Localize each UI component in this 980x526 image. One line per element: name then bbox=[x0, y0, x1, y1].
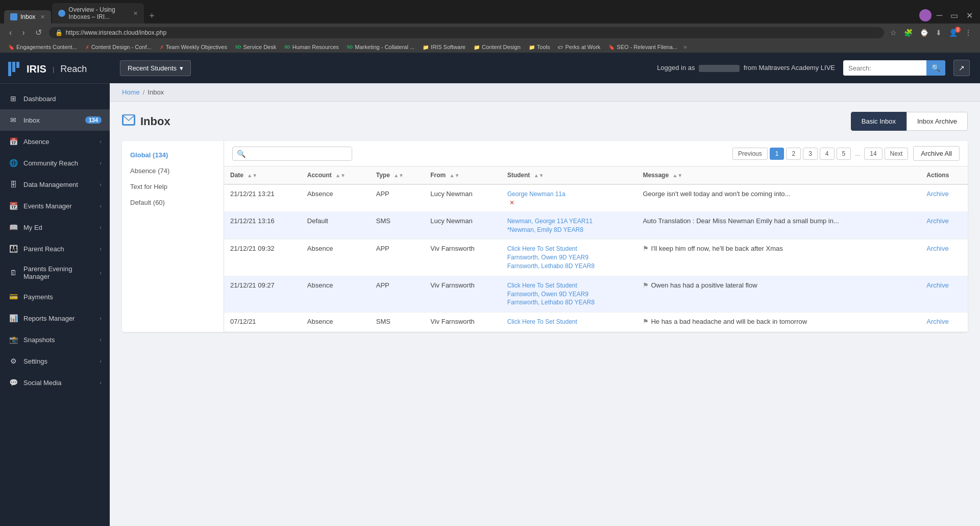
menu-button[interactable]: ⋮ bbox=[963, 28, 974, 38]
download-button[interactable]: ⬇ bbox=[934, 28, 944, 38]
archive-button[interactable]: Archive bbox=[926, 217, 948, 225]
tab-overview[interactable]: Overview - Using Inboxes – IRI... ✕ bbox=[52, 3, 144, 23]
back-button[interactable]: ‹ bbox=[6, 27, 15, 38]
message-flag-icon: ⚑ bbox=[643, 318, 649, 325]
search-input[interactable] bbox=[843, 61, 926, 76]
basic-inbox-tab[interactable]: Basic Inbox bbox=[851, 112, 906, 131]
reload-button[interactable]: ↺ bbox=[32, 27, 45, 38]
tab-inbox[interactable]: Inbox ✕ bbox=[4, 10, 51, 23]
next-page-button[interactable]: Next bbox=[885, 148, 909, 160]
bookmark-label: SEO - Relevant Filena... bbox=[617, 44, 677, 50]
new-tab-button[interactable]: + bbox=[145, 9, 159, 23]
sort-icon: ▲▼ bbox=[394, 173, 404, 178]
profile-button[interactable]: 2 👤 bbox=[947, 28, 960, 38]
sidebar-item-settings[interactable]: ⚙ Settings ‹ bbox=[0, 350, 110, 372]
sidebar-item-events-manager[interactable]: 📆 Events Manager ‹ bbox=[0, 195, 110, 217]
inbox-archive-tab[interactable]: Inbox Archive bbox=[906, 112, 968, 131]
archive-button[interactable]: Archive bbox=[926, 318, 948, 325]
prev-page-button[interactable]: Previous bbox=[732, 148, 768, 160]
bookmark-star-button[interactable]: ☆ bbox=[888, 28, 899, 38]
page-14-button[interactable]: 14 bbox=[864, 148, 882, 160]
bookmark-engagements[interactable]: 🔖 Engagements Content... bbox=[6, 43, 79, 51]
student-link[interactable]: George Newman 11a bbox=[507, 190, 631, 199]
col-header-student[interactable]: Student ▲▼ bbox=[501, 166, 637, 184]
sidebar-item-payments[interactable]: 💳 Payments bbox=[0, 286, 110, 307]
archive-button[interactable]: Archive bbox=[926, 245, 948, 252]
inbox-body: Global (134) Absence (74) Text for Help … bbox=[122, 141, 968, 332]
search-button[interactable]: 🔍 bbox=[926, 60, 945, 76]
recent-students-button[interactable]: Recent Students ▾ bbox=[120, 60, 191, 76]
sidebar-item-reports-manager[interactable]: 📊 Reports Manager ‹ bbox=[0, 307, 110, 329]
cell-message: Auto Translation : Dear Miss Newman Emil… bbox=[636, 211, 920, 240]
student-link[interactable]: *Newman, Emily 8D YEAR8 bbox=[507, 226, 631, 234]
table-search-input[interactable] bbox=[250, 147, 352, 160]
student-link[interactable]: Farnsworth, Lethabo 8D YEAR8 bbox=[507, 298, 631, 307]
history-button[interactable]: ⌚ bbox=[918, 28, 930, 38]
tab-close-overview[interactable]: ✕ bbox=[133, 10, 138, 17]
sidebar-item-dashboard[interactable]: ⊞ Dashboard bbox=[0, 88, 110, 109]
col-header-message[interactable]: Message ▲▼ bbox=[636, 166, 920, 184]
sidebar-item-parents-evening[interactable]: 🗓 Parents Evening Manager ‹ bbox=[0, 259, 110, 286]
sidebar-item-my-ed[interactable]: 📖 My Ed ‹ bbox=[0, 217, 110, 238]
sidebar-item-inbox[interactable]: ✉ Inbox 134 bbox=[0, 109, 110, 131]
extension-button[interactable]: 🧩 bbox=[902, 28, 915, 38]
archive-button[interactable]: Archive bbox=[926, 190, 948, 198]
maximize-button[interactable]: ▭ bbox=[947, 10, 961, 21]
sidebar-item-social-media[interactable]: 💬 Social Media ‹ bbox=[0, 372, 110, 393]
bookmarks-more[interactable]: » bbox=[683, 43, 687, 51]
address-bar[interactable]: 🔒 https://www.irisreach.cloud/inbox.php bbox=[49, 27, 884, 38]
inbox-search-box[interactable]: 🔍 bbox=[232, 147, 352, 161]
filter-global[interactable]: Global (134) bbox=[122, 147, 224, 163]
filter-default[interactable]: Default (60) bbox=[122, 195, 224, 210]
filter-absence[interactable]: Absence (74) bbox=[122, 163, 224, 179]
bookmarks-bar: 🔖 Engagements Content... ✗ Content Desig… bbox=[0, 41, 980, 53]
col-header-type[interactable]: Type ▲▼ bbox=[370, 166, 425, 184]
bookmark-content-design[interactable]: ✗ Content Design - Conf... bbox=[83, 43, 154, 51]
student-link[interactable]: Click Here To Set Student bbox=[507, 245, 631, 253]
student-link[interactable]: Farnsworth, Owen 9D YEAR9 bbox=[507, 290, 631, 299]
col-header-date[interactable]: Date ▲▼ bbox=[224, 166, 301, 184]
bookmark-seo[interactable]: 🔖 SEO - Relevant Filena... bbox=[606, 43, 679, 51]
page-2-button[interactable]: 2 bbox=[786, 148, 801, 160]
breadcrumb-home-link[interactable]: Home bbox=[122, 88, 140, 96]
sidebar-item-community-reach[interactable]: 🌐 Community Reach ‹ bbox=[0, 152, 110, 174]
bookmark-iris-software[interactable]: 📁 IRIS Software bbox=[421, 43, 468, 51]
chevron-right-icon: ‹ bbox=[100, 246, 102, 252]
student-link[interactable]: Newman, George 11A YEAR11 bbox=[507, 217, 631, 226]
filter-text-for-help[interactable]: Text for Help bbox=[122, 179, 224, 195]
bookmark-icon: ✗ bbox=[160, 44, 164, 50]
col-header-account[interactable]: Account ▲▼ bbox=[301, 166, 370, 184]
sidebar-item-data-management[interactable]: 🗄 Data Management ‹ bbox=[0, 174, 110, 195]
external-link-button[interactable]: ↗ bbox=[953, 60, 970, 76]
cell-actions: Archive bbox=[920, 313, 968, 332]
bookmark-tools[interactable]: 📁 Tools bbox=[527, 43, 552, 51]
col-header-from[interactable]: From ▲▼ bbox=[424, 166, 501, 184]
header-search[interactable]: 🔍 bbox=[843, 60, 945, 76]
student-link[interactable]: Click Here To Set Student bbox=[507, 281, 631, 290]
sidebar-item-parent-reach[interactable]: 👨‍👩‍👧 Parent Reach ‹ bbox=[0, 238, 110, 259]
forward-button[interactable]: › bbox=[19, 27, 28, 38]
dropdown-arrow-icon: ▾ bbox=[180, 64, 183, 72]
close-window-button[interactable]: ✕ bbox=[963, 10, 976, 21]
page-5-button[interactable]: 5 bbox=[837, 148, 851, 160]
bookmark-perks[interactable]: 🏷 Perks at Work bbox=[556, 43, 602, 51]
page-3-button[interactable]: 3 bbox=[803, 148, 818, 160]
sidebar-item-absence[interactable]: 📅 Absence ‹ bbox=[0, 131, 110, 152]
bookmark-content-design2[interactable]: 📁 Content Design bbox=[472, 43, 523, 51]
archive-all-button[interactable]: Archive All bbox=[913, 146, 960, 161]
sidebar-item-label: Data Management bbox=[23, 181, 100, 188]
bookmark-human-resources[interactable]: 5D Human Resources bbox=[282, 43, 341, 51]
minimize-button[interactable]: ─ bbox=[934, 10, 945, 21]
bookmark-marketing[interactable]: 5D Marketing - Collateral ... bbox=[345, 43, 416, 51]
archive-button[interactable]: Archive bbox=[926, 281, 948, 289]
page-4-button[interactable]: 4 bbox=[820, 148, 835, 160]
student-link[interactable]: Farnsworth, Lethabo 8D YEAR8 bbox=[507, 262, 631, 271]
student-link[interactable]: Farnsworth, Owen 9D YEAR9 bbox=[507, 253, 631, 262]
remove-student-button[interactable]: ✕ bbox=[509, 199, 514, 206]
page-1-button[interactable]: 1 bbox=[770, 148, 785, 160]
bookmark-team-weekly[interactable]: ✗ Team Weekly Objectives bbox=[158, 43, 229, 51]
student-link[interactable]: Click Here To Set Student bbox=[507, 318, 631, 326]
bookmark-service-desk[interactable]: 5D Service Desk bbox=[233, 43, 278, 51]
sidebar-item-snapshots[interactable]: 📸 Snapshots ‹ bbox=[0, 329, 110, 350]
tab-close-inbox[interactable]: ✕ bbox=[40, 14, 45, 20]
